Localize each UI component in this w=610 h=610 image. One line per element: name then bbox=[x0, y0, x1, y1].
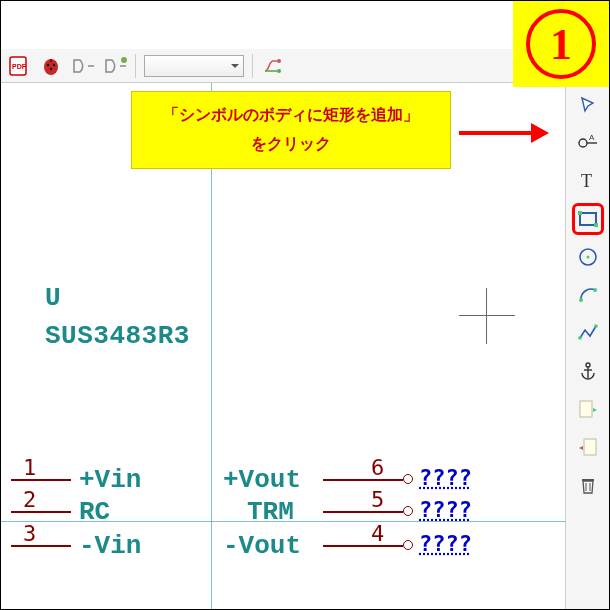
step-badge: 1 bbox=[513, 1, 609, 87]
symbol-name[interactable]: SUS3483R3 bbox=[45, 321, 190, 351]
svg-point-20 bbox=[579, 298, 583, 302]
pin-tool-button[interactable]: A bbox=[572, 127, 604, 159]
svg-point-22 bbox=[578, 336, 582, 340]
svg-point-9 bbox=[277, 59, 281, 63]
callout-line1: 「シンボルのボディに矩形を追加」 bbox=[163, 101, 419, 130]
svg-rect-17 bbox=[594, 223, 598, 227]
net-placeholder[interactable]: ???? bbox=[419, 531, 472, 556]
pin-number[interactable]: 1 bbox=[23, 455, 36, 480]
gate-icon[interactable] bbox=[71, 54, 95, 78]
svg-point-24 bbox=[586, 363, 590, 367]
svg-point-11 bbox=[579, 139, 587, 147]
pin-name[interactable]: -Vin bbox=[79, 531, 141, 561]
svg-point-8 bbox=[121, 57, 127, 63]
svg-point-10 bbox=[277, 69, 281, 73]
gate-add-icon[interactable] bbox=[103, 54, 127, 78]
pin-number[interactable]: 4 bbox=[371, 521, 384, 546]
pin-number[interactable]: 3 bbox=[23, 521, 36, 546]
svg-text:A: A bbox=[589, 133, 595, 142]
pin-endpoint bbox=[403, 474, 413, 484]
pin-line bbox=[323, 545, 403, 547]
net-placeholder[interactable]: ???? bbox=[419, 465, 472, 490]
pin-line bbox=[11, 511, 71, 513]
svg-rect-15 bbox=[580, 213, 596, 225]
pdf-icon[interactable]: PDF bbox=[7, 54, 31, 78]
polyline-tool-button[interactable] bbox=[572, 317, 604, 349]
unit-dropdown[interactable] bbox=[144, 55, 244, 77]
pin-number[interactable]: 6 bbox=[371, 455, 384, 480]
svg-point-19 bbox=[586, 256, 589, 259]
callout-arrow bbox=[459, 123, 559, 143]
pin-name[interactable]: +Vout bbox=[223, 465, 301, 495]
text-tool-button[interactable]: T bbox=[572, 165, 604, 197]
right-toolbar: A T bbox=[565, 83, 609, 609]
bug-icon[interactable] bbox=[39, 54, 63, 78]
trash-icon[interactable] bbox=[572, 469, 604, 501]
svg-point-3 bbox=[47, 63, 49, 65]
svg-rect-29 bbox=[582, 479, 594, 481]
svg-rect-27 bbox=[580, 401, 592, 417]
pin-number[interactable]: 2 bbox=[23, 487, 36, 512]
pin-name[interactable]: -Vout bbox=[223, 531, 301, 561]
svg-rect-28 bbox=[584, 439, 596, 455]
svg-text:PDF: PDF bbox=[12, 63, 27, 70]
import-icon[interactable] bbox=[572, 393, 604, 425]
export-icon[interactable] bbox=[572, 431, 604, 463]
toolbar-separator bbox=[135, 54, 136, 78]
svg-point-21 bbox=[593, 288, 597, 292]
pin-endpoint bbox=[403, 540, 413, 550]
svg-text:T: T bbox=[581, 171, 592, 191]
anchor-tool-button[interactable] bbox=[572, 355, 604, 387]
toolbar-separator bbox=[252, 54, 253, 78]
step-number: 1 bbox=[526, 9, 596, 79]
pin-name[interactable]: +Vin bbox=[79, 465, 141, 495]
select-tool-button[interactable] bbox=[572, 89, 604, 121]
pin-line bbox=[323, 479, 403, 481]
pin-line bbox=[323, 511, 403, 513]
add-rectangle-button[interactable] bbox=[572, 203, 604, 235]
net-placeholder[interactable]: ???? bbox=[419, 497, 472, 522]
cursor-crosshair bbox=[459, 288, 515, 344]
pin-line bbox=[11, 545, 71, 547]
pin-name[interactable]: TRM bbox=[247, 497, 294, 527]
svg-rect-16 bbox=[578, 211, 582, 215]
arc-tool-button[interactable] bbox=[572, 279, 604, 311]
symbol-reference[interactable]: U bbox=[45, 283, 61, 313]
svg-point-5 bbox=[50, 67, 52, 69]
pin-endpoint bbox=[403, 506, 413, 516]
svg-point-23 bbox=[594, 324, 598, 328]
instruction-callout: 「シンボルのボディに矩形を追加」 をクリック bbox=[131, 91, 451, 169]
svg-point-4 bbox=[53, 63, 55, 65]
pin-line bbox=[11, 479, 71, 481]
branch-icon[interactable] bbox=[261, 54, 285, 78]
callout-line2: をクリック bbox=[251, 130, 331, 159]
pin-number[interactable]: 5 bbox=[371, 487, 384, 512]
pin-name[interactable]: RC bbox=[79, 497, 110, 527]
circle-tool-button[interactable] bbox=[572, 241, 604, 273]
